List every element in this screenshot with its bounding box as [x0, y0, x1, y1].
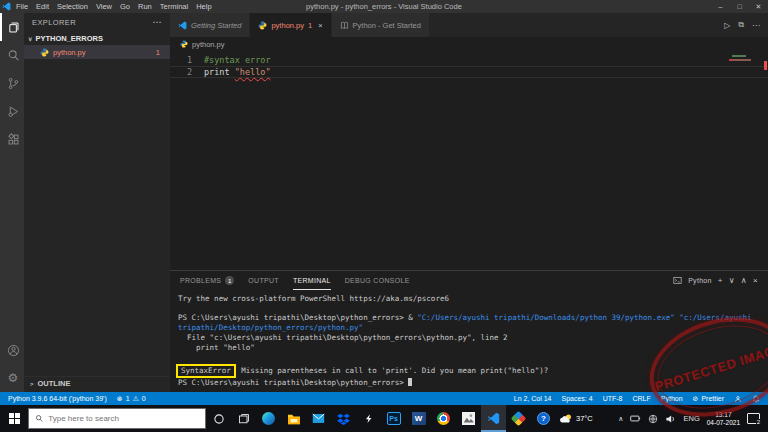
error-count: 1 — [126, 395, 130, 402]
tab-problems[interactable]: PROBLEMS 1 — [180, 271, 234, 290]
formatter-status[interactable]: ⊘ Prettier — [693, 395, 724, 403]
search-icon[interactable] — [0, 41, 24, 69]
word-icon[interactable]: W — [406, 405, 431, 432]
weather-widget[interactable]: 37°C — [556, 413, 597, 424]
tab-close-icon[interactable]: × — [318, 21, 322, 30]
notifications-bell-icon[interactable] — [752, 395, 760, 403]
vscode-taskbar-icon[interactable] — [481, 405, 506, 432]
menu-terminal[interactable]: Terminal — [156, 2, 192, 11]
error-message: Missing parentheses in call to 'print'. … — [237, 366, 549, 375]
temperature-label: 37°C — [576, 414, 593, 423]
encoding-status[interactable]: UTF-8 — [603, 395, 623, 402]
code-line-2: 2 print "hello" — [170, 66, 768, 78]
tab-python-get-started[interactable]: Python - Get Started — [332, 13, 430, 37]
maximize-button[interactable]: □ — [730, 3, 749, 11]
task-view-icon[interactable] — [231, 405, 256, 432]
new-terminal-icon[interactable]: + — [718, 276, 723, 285]
overview-ruler-error-mark — [764, 61, 767, 70]
clock[interactable]: 13:17 04-07-2021 — [707, 411, 740, 426]
hidden-icons-chevron[interactable]: ∧ — [618, 415, 623, 423]
photoshop-icon[interactable]: Ps — [381, 405, 406, 432]
colorful-app-icon[interactable] — [506, 405, 531, 432]
sidebar-item-python-py[interactable]: python.py 1 — [24, 45, 170, 59]
tab-terminal[interactable]: TERMINAL — [293, 271, 331, 290]
run-python-file-icon[interactable]: ▷ — [724, 21, 730, 30]
maximize-panel-icon[interactable]: ∧ — [741, 276, 747, 285]
terminal-banner: Try the new cross-platform PowerShell ht… — [178, 294, 760, 304]
keyboard-language[interactable]: ENG — [683, 414, 699, 423]
minimize-button[interactable]: – — [711, 3, 730, 11]
shell-selector[interactable]: Python — [688, 277, 712, 284]
terminal-output[interactable]: Try the new cross-platform PowerShell ht… — [170, 290, 768, 392]
panel-tab-label: TERMINAL — [293, 277, 331, 284]
indentation-status[interactable]: Spaces: 4 — [562, 395, 593, 402]
search-input[interactable] — [48, 414, 199, 423]
speaker-icon[interactable] — [665, 414, 676, 424]
breadcrumb[interactable]: python.py — [170, 37, 768, 51]
source-control-icon[interactable] — [0, 69, 24, 97]
menu-edit[interactable]: Edit — [32, 2, 53, 11]
menu-run[interactable]: Run — [134, 2, 156, 11]
chrome-icon[interactable] — [431, 405, 456, 432]
formatter-label: Prettier — [701, 395, 724, 402]
line-number: 1 — [170, 54, 192, 66]
traceback-code-line: print "hello" — [178, 343, 760, 353]
menu-selection[interactable]: Selection — [53, 2, 92, 11]
windows-taskbar: Ps W ? 37°C ∧ ENG 13:17 04-07-2021 2 — [0, 405, 768, 432]
problems-status[interactable]: ⊗ 1 ⚠ 0 — [117, 395, 146, 403]
outline-section[interactable]: > OUTLINE — [24, 376, 170, 390]
account-icon[interactable] — [0, 336, 24, 364]
tab-output[interactable]: OUTPUT — [248, 271, 279, 290]
network-globe-icon[interactable] — [648, 414, 658, 424]
close-button[interactable]: ✕ — [749, 3, 768, 11]
minimap[interactable] — [730, 53, 760, 61]
panel-tab-label: OUTPUT — [248, 277, 279, 284]
action-center-icon[interactable]: 2 — [747, 413, 760, 424]
settings-gear-icon[interactable]: ⚙ — [0, 364, 24, 392]
tab-label: Python - Get Started — [353, 21, 421, 30]
photos-icon[interactable] — [456, 405, 481, 432]
edge-icon[interactable] — [256, 405, 281, 432]
code-comment: #syntax error — [192, 54, 271, 66]
run-debug-icon[interactable] — [0, 97, 24, 125]
help-icon[interactable]: ? — [531, 405, 556, 432]
bottom-panel: PROBLEMS 1 OUTPUT TERMINAL DEBUG CONSOLE… — [170, 270, 768, 392]
feedback-icon[interactable] — [734, 395, 742, 403]
taskbar-search[interactable] — [28, 408, 206, 429]
cortana-icon[interactable] — [206, 405, 231, 432]
menu-view[interactable]: View — [92, 2, 116, 11]
language-mode-status[interactable]: Python — [661, 395, 683, 402]
editor-more-actions-icon[interactable]: ⋯ — [752, 21, 760, 30]
chevron-down-icon: ∨ — [28, 35, 32, 42]
python-file-icon — [180, 40, 188, 48]
extensions-icon[interactable] — [0, 125, 24, 153]
dropbox-icon[interactable] — [331, 405, 356, 432]
menu-file[interactable]: File — [12, 2, 32, 11]
python-interpreter-status[interactable]: Python 3.9.6 64-bit ('python 39') — [8, 395, 107, 402]
menu-go[interactable]: Go — [116, 2, 134, 11]
terminal-dropdown-icon[interactable]: ∨ — [729, 276, 735, 285]
lightning-app-icon[interactable] — [356, 405, 381, 432]
battery-icon[interactable] — [630, 414, 641, 423]
sidebar-folder-python-errors[interactable]: ∨ PYTHON_ERRORS — [24, 31, 170, 45]
file-explorer-icon[interactable] — [281, 405, 306, 432]
tab-getting-started[interactable]: Getting Started — [170, 13, 250, 37]
folder-label: PYTHON_ERRORS — [35, 34, 103, 43]
code-editor[interactable]: 1 #syntax error 2 print "hello" — [170, 51, 768, 270]
start-button[interactable] — [0, 405, 28, 432]
terminal-exe-path: "C:/Users/ayushi tripathi/Downloads/pyth… — [417, 313, 674, 322]
search-icon — [35, 414, 43, 423]
cursor-position-status[interactable]: Ln 2, Col 14 — [514, 395, 552, 402]
python-file-icon — [258, 21, 267, 30]
breadcrumb-file: python.py — [192, 40, 225, 49]
explorer-icon[interactable] — [0, 13, 24, 41]
mail-icon[interactable] — [306, 405, 331, 432]
tab-label: Getting Started — [191, 21, 241, 30]
tab-debug-console[interactable]: DEBUG CONSOLE — [345, 271, 410, 290]
split-editor-icon[interactable]: ⧉ — [738, 20, 744, 30]
tab-python-py[interactable]: python.py 1 × — [250, 13, 331, 37]
explorer-more-icon[interactable]: ⋯ — [153, 17, 162, 27]
eol-status[interactable]: CRLF — [632, 395, 650, 402]
close-panel-icon[interactable]: × — [753, 276, 758, 285]
menu-help[interactable]: Help — [192, 2, 215, 11]
